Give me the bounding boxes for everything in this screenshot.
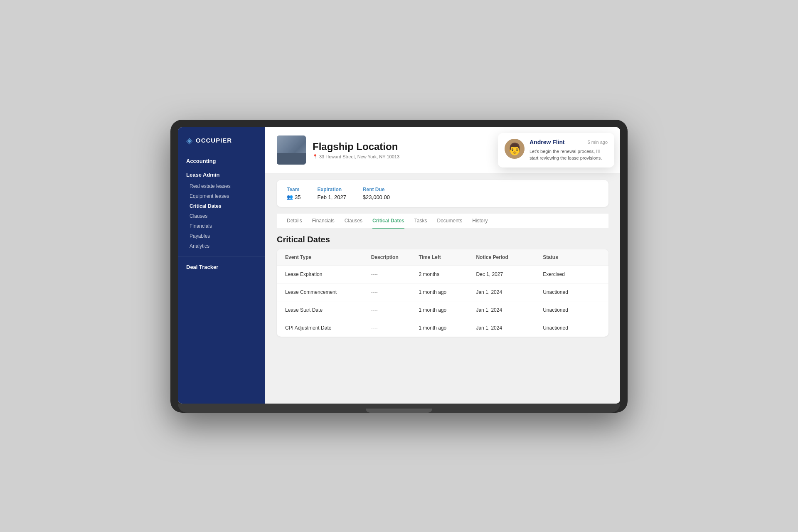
sidebar: ◈ OCCUPIER Accounting Lease Admin Real e… bbox=[178, 127, 265, 404]
team-block: Team 👥 35 bbox=[287, 187, 300, 200]
sidebar-item-clauses[interactable]: Clauses bbox=[178, 211, 265, 221]
table-row: Lease Expiration ---- 2 months Dec 1, 20… bbox=[277, 265, 608, 283]
time-left-3: 1 month ago bbox=[419, 307, 476, 313]
notification-message: Let's begin the renewal process, I'll st… bbox=[530, 148, 608, 162]
table-row: Lease Start Date ---- 1 month ago Jan 1,… bbox=[277, 301, 608, 319]
sidebar-item-equipment-leases[interactable]: Equipment leases bbox=[178, 191, 265, 201]
property-image-inner bbox=[277, 135, 306, 165]
status-2: Unactioned bbox=[543, 289, 600, 295]
table-row: CPI Adjustment Date ---- 1 month ago Jan… bbox=[277, 319, 608, 337]
section-title: Critical Dates bbox=[277, 228, 608, 249]
sidebar-item-payables[interactable]: Payables bbox=[178, 231, 265, 241]
rent-due-label: Rent Due bbox=[363, 187, 390, 192]
lease-admin-section[interactable]: Lease Admin bbox=[178, 169, 265, 180]
event-type-1: Lease Expiration bbox=[285, 271, 371, 277]
logo-text: OCCUPIER bbox=[196, 137, 232, 144]
status-3: Unactioned bbox=[543, 307, 600, 313]
table-header: Event Type Description Time Left Notice … bbox=[277, 249, 608, 265]
address-text: 33 Howard Street, New York, NY 10013 bbox=[319, 154, 399, 159]
tab-details[interactable]: Details bbox=[287, 214, 302, 229]
main-content: Flagship Location 📍 33 Howard Street, Ne… bbox=[265, 127, 620, 404]
team-number: 35 bbox=[295, 194, 300, 200]
th-event-type: Event Type bbox=[285, 254, 371, 260]
description-4: ---- bbox=[371, 325, 419, 331]
notice-period-2: Jan 1, 2024 bbox=[476, 289, 543, 295]
sidebar-item-critical-dates[interactable]: Critical Dates bbox=[178, 201, 265, 211]
notice-period-1: Dec 1, 2027 bbox=[476, 271, 543, 277]
time-left-1: 2 months bbox=[419, 271, 476, 277]
notification-content: Andrew Flint 5 min ago Let's begin the r… bbox=[530, 139, 608, 162]
description-2: ---- bbox=[371, 289, 419, 295]
expiration-block: Expiration Feb 1, 2027 bbox=[317, 187, 346, 200]
notification-header: Andrew Flint 5 min ago bbox=[530, 139, 608, 145]
event-type-4: CPI Adjustment Date bbox=[285, 325, 371, 331]
event-type-3: Lease Start Date bbox=[285, 307, 371, 313]
notification-popup: Andrew Flint 5 min ago Let's begin the r… bbox=[498, 133, 614, 167]
property-image bbox=[277, 135, 306, 165]
rent-due-block: Rent Due $23,000.00 bbox=[363, 187, 390, 200]
section-container: Critical Dates Event Type Description Ti… bbox=[265, 228, 620, 337]
description-1: ---- bbox=[371, 271, 419, 277]
tab-history[interactable]: History bbox=[472, 214, 488, 229]
tab-critical-dates[interactable]: Critical Dates bbox=[372, 214, 404, 229]
sidebar-item-analytics[interactable]: Analytics bbox=[178, 241, 265, 251]
notice-period-4: Jan 1, 2024 bbox=[476, 325, 543, 331]
location-icon: 📍 bbox=[313, 154, 318, 159]
rent-due-value: $23,000.00 bbox=[363, 194, 390, 200]
notice-period-3: Jan 1, 2024 bbox=[476, 307, 543, 313]
tab-documents[interactable]: Documents bbox=[437, 214, 462, 229]
team-value: 👥 35 bbox=[287, 194, 300, 200]
tabs-bar: Details Financials Clauses Critical Date… bbox=[277, 214, 608, 228]
tab-tasks[interactable]: Tasks bbox=[414, 214, 427, 229]
th-time-left: Time Left bbox=[419, 254, 476, 260]
status-4: Unactioned bbox=[543, 325, 600, 331]
tab-clauses[interactable]: Clauses bbox=[345, 214, 362, 229]
sidebar-divider bbox=[178, 256, 265, 256]
status-1: Exercised bbox=[543, 271, 600, 277]
notification-time: 5 min ago bbox=[588, 140, 608, 145]
avatar bbox=[505, 139, 525, 159]
event-type-2: Lease Commencement bbox=[285, 289, 371, 295]
info-card: Team 👥 35 Expiration Feb 1, 2027 Rent Du… bbox=[277, 180, 608, 207]
sidebar-item-real-estate-leases[interactable]: Real estate leases bbox=[178, 181, 265, 191]
th-status: Status bbox=[543, 254, 600, 260]
critical-dates-table: Event Type Description Time Left Notice … bbox=[277, 249, 608, 337]
logo: ◈ OCCUPIER bbox=[178, 135, 265, 155]
th-description: Description bbox=[371, 254, 419, 260]
expiration-label: Expiration bbox=[317, 187, 346, 192]
accounting-section: Accounting bbox=[178, 155, 265, 167]
description-3: ---- bbox=[371, 307, 419, 313]
team-icon: 👥 bbox=[287, 194, 293, 200]
logo-icon: ◈ bbox=[186, 135, 192, 145]
time-left-4: 1 month ago bbox=[419, 325, 476, 331]
deal-tracker-section[interactable]: Deal Tracker bbox=[178, 261, 265, 273]
time-left-2: 1 month ago bbox=[419, 289, 476, 295]
avatar-image bbox=[505, 139, 525, 159]
laptop-base bbox=[178, 404, 620, 413]
sidebar-item-financials[interactable]: Financials bbox=[178, 221, 265, 231]
table-row: Lease Commencement ---- 1 month ago Jan … bbox=[277, 283, 608, 301]
th-notice-period: Notice Period bbox=[476, 254, 543, 260]
team-label: Team bbox=[287, 187, 300, 192]
notification-name: Andrew Flint bbox=[530, 139, 565, 145]
tab-financials[interactable]: Financials bbox=[312, 214, 335, 229]
expiration-value: Feb 1, 2027 bbox=[317, 194, 346, 200]
